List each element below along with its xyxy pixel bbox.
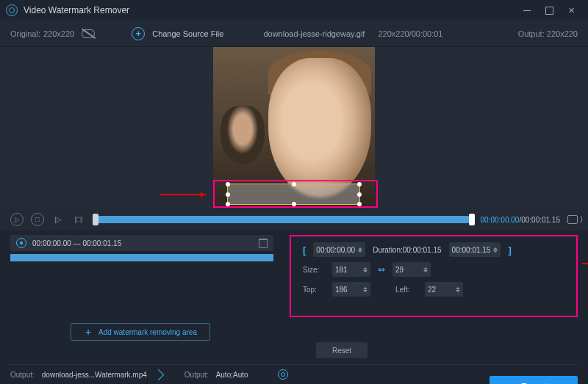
output-file-label: Output:	[10, 371, 35, 379]
region-track[interactable]	[10, 254, 273, 261]
seek-track[interactable]	[93, 216, 473, 223]
time-display: 00:00:00.00/00:00:01.15	[481, 216, 560, 224]
plus-circle-icon[interactable]: +	[132, 27, 145, 40]
gear-icon[interactable]	[278, 369, 288, 380]
region-icon	[16, 238, 26, 248]
app-logo-icon	[6, 4, 18, 16]
plus-icon: +	[84, 327, 93, 336]
original-dim: 220x220	[43, 29, 74, 38]
top-label: Top:	[303, 286, 325, 294]
titlebar: Video Watermark Remover	[0, 0, 588, 21]
top-input[interactable]: 186	[332, 282, 370, 297]
annotation-arrow-icon	[582, 263, 588, 264]
parameters-panel: [ 00:00:00.00 Duration:00:00:01.15 00:00…	[290, 235, 578, 317]
link-icon[interactable]: ⇔	[378, 264, 385, 275]
end-time-input[interactable]: 00:00:01.15	[449, 242, 501, 257]
left-label: Left:	[395, 286, 417, 294]
step-back-button[interactable]: [▷	[51, 213, 65, 226]
edit-icon[interactable]	[153, 369, 165, 380]
region-range: 00:00:00.00 — 00:00:01.15	[32, 239, 121, 247]
size-label: Size:	[303, 266, 325, 274]
watermark-selection[interactable]	[227, 184, 360, 205]
height-input[interactable]: 29	[392, 262, 431, 277]
eye-off-icon[interactable]	[82, 29, 95, 38]
duration-label: Duration:00:00:01.15	[373, 246, 441, 254]
annotation-arrow-icon	[160, 194, 206, 195]
play-button[interactable]: ▷	[10, 213, 24, 226]
maximize-button[interactable]	[538, 0, 560, 21]
output-info: Output: 220x220	[518, 29, 578, 38]
output-format-value: Auto;Auto	[216, 371, 248, 379]
stop-button[interactable]: □	[31, 213, 44, 226]
original-label: Original:	[10, 29, 40, 38]
source-info: 220x220/00:00:01	[378, 29, 442, 38]
playback-bar: ▷ □ [▷ [□] 00:00:00.00/00:00:01.15	[0, 209, 588, 231]
minimize-button[interactable]	[516, 0, 538, 21]
add-area-label: Add watermark removing area	[98, 328, 197, 336]
region-item[interactable]: 00:00:00.00 — 00:00:01.15	[10, 235, 273, 251]
start-time-input[interactable]: 00:00:00.00	[313, 242, 365, 257]
app-title: Video Watermark Remover	[24, 5, 129, 15]
trash-icon[interactable]	[259, 239, 268, 248]
output-format-label: Output:	[184, 371, 209, 379]
export-button[interactable]: Export	[490, 376, 578, 384]
source-filename: download-jesse-ridgeway.gif	[263, 29, 365, 38]
add-area-button[interactable]: + Add watermark removing area	[71, 323, 210, 341]
volume-icon[interactable]	[567, 215, 578, 224]
change-source-button[interactable]: Change Source File	[152, 29, 223, 38]
width-input[interactable]: 181	[332, 262, 370, 277]
video-preview[interactable]	[0, 47, 588, 209]
regions-panel: 00:00:00.00 — 00:00:01.15	[10, 235, 273, 317]
bracket-close-icon[interactable]: ]	[508, 244, 511, 256]
close-button[interactable]	[560, 0, 582, 21]
step-fwd-button[interactable]: [□]	[72, 213, 85, 226]
top-toolbar: Original: 220x220 + Change Source File d…	[0, 21, 588, 47]
left-input[interactable]: 22	[425, 282, 463, 297]
bracket-open-icon[interactable]: [	[303, 244, 306, 256]
output-file-value: download-jess...Watermark.mp4	[42, 371, 147, 379]
reset-button[interactable]: Reset	[316, 342, 368, 358]
